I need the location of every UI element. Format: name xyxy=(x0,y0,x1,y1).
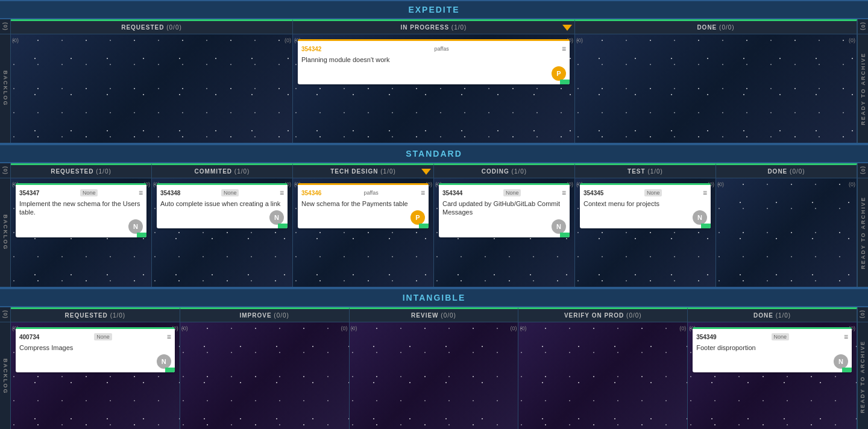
col-header-std-done: DONE (0/0) xyxy=(716,163,857,178)
card-menu-icon[interactable]: ≡ xyxy=(703,189,707,197)
wip-triangle-icon xyxy=(421,169,431,175)
none-badge: None xyxy=(94,333,112,340)
card-status-bar xyxy=(137,233,146,237)
card-menu-icon[interactable]: ≡ xyxy=(844,333,848,341)
card-title: Footer disproportion xyxy=(696,343,848,352)
col-label: IMPROVE xyxy=(239,312,271,319)
card-header: 354342paffas≡ xyxy=(301,45,566,53)
wip-triangle-icon xyxy=(562,25,572,31)
archive-label: READY TO ARCHIVE xyxy=(860,340,866,413)
card-id: 354345 xyxy=(583,190,603,196)
col-label: REQUESTED xyxy=(51,168,93,175)
col-side-count-right: (0) xyxy=(510,325,517,331)
card-menu-icon[interactable]: ≡ xyxy=(280,189,284,197)
none-badge: None xyxy=(221,189,239,196)
archive-side: READY TO ARCHIVE xyxy=(857,34,868,143)
col-label: REQUESTED xyxy=(65,312,108,319)
card-avatar: P xyxy=(552,66,566,81)
card-id: 354347 xyxy=(19,190,39,196)
kanban-card[interactable]: 354348None≡Auto complete issue when crea… xyxy=(157,183,288,228)
col-count: (1/0) xyxy=(451,24,467,31)
col-side-count-left: (0) xyxy=(12,37,19,43)
board-col-int-review: (0)(0) xyxy=(350,322,519,429)
card-avatar: N xyxy=(693,210,707,225)
card-status-bar xyxy=(560,233,570,237)
col-count: (0/0) xyxy=(719,24,735,31)
board-col-int-improve: (0)(0) xyxy=(180,322,350,429)
card-header: 354349None≡ xyxy=(696,333,848,341)
card-title: Implement the new schema for the Users t… xyxy=(19,199,143,217)
col-label: DONE xyxy=(767,168,787,175)
col-label: REVIEW xyxy=(411,312,438,319)
kanban-card[interactable]: 354346paffas≡New schema for the Payments… xyxy=(298,183,429,228)
card-assignee: paffas xyxy=(435,46,449,52)
board-col-exp-inprogress: (0)(0)354342paffas≡Planning module doesn… xyxy=(293,34,575,143)
board-col-exp-done: (0)(0) xyxy=(575,34,857,143)
col-label: REQUESTED xyxy=(121,24,164,31)
card-header: 354345None≡ xyxy=(583,189,707,197)
card-avatar: N xyxy=(269,210,284,225)
col-label: DONE xyxy=(697,24,717,31)
col-header-std-coding: CODING (1/0) xyxy=(434,163,575,178)
card-menu-icon[interactable]: ≡ xyxy=(421,189,425,197)
card-header: 354344None≡ xyxy=(442,189,566,197)
archive-label: READY TO ARCHIVE xyxy=(860,196,866,269)
card-id: 354348 xyxy=(160,190,180,196)
col-side-count-left: (0) xyxy=(520,325,526,331)
section-header-expedite: EXPEDITE xyxy=(0,0,868,19)
card-menu-icon[interactable]: ≡ xyxy=(562,45,566,53)
card-assignee: None xyxy=(80,190,98,196)
backlog-label: BACKLOG xyxy=(2,214,8,251)
card-menu-icon[interactable]: ≡ xyxy=(562,189,566,197)
kanban-card[interactable]: 354349None≡Footer disproportionN xyxy=(693,327,852,372)
side-label-right: (0) xyxy=(857,307,868,322)
card-title: Card updated by GitHub/GitLab Commit Mes… xyxy=(442,199,566,217)
card-avatar: N xyxy=(552,219,566,234)
card-assignee: None xyxy=(644,190,662,196)
col-header-int-review: REVIEW (0/0) xyxy=(350,307,519,322)
card-footer: P xyxy=(301,210,425,225)
card-id: 354344 xyxy=(442,190,462,196)
card-status-bar xyxy=(278,224,288,228)
archive-label: READY TO ARCHIVE xyxy=(860,52,866,125)
card-status-bar xyxy=(701,224,711,228)
card-menu-icon[interactable]: ≡ xyxy=(139,189,143,197)
col-side-count-right: (0) xyxy=(849,37,855,43)
section-header-intangible: INTANGIBLE xyxy=(0,288,868,307)
card-status-bar xyxy=(560,80,570,84)
col-header-std-requested: REQUESTED (1/0) xyxy=(11,163,152,178)
card-assignee: None xyxy=(772,334,790,340)
col-count: (0/0) xyxy=(166,24,182,31)
card-footer: N xyxy=(19,219,143,234)
board-col-int-done: (0)(0)354349None≡Footer disproportionN xyxy=(688,322,857,429)
kanban-card[interactable]: 354344None≡Card updated by GitHub/GitLab… xyxy=(439,183,570,237)
card-assignee: paffas xyxy=(364,190,379,196)
archive-side: READY TO ARCHIVE xyxy=(857,178,868,287)
card-status-bar xyxy=(419,224,429,228)
col-label: CODING xyxy=(482,168,509,175)
card-header: 354346paffas≡ xyxy=(301,189,425,197)
board-col-std-techdesign: (0)(0)354346paffas≡New schema for the Pa… xyxy=(293,178,434,287)
col-side-count-left: (0) xyxy=(576,37,583,43)
col-headers-expedite: (0)REQUESTED (0/0)IN PROGRESS (1/0)DONE … xyxy=(0,19,868,34)
card-menu-icon[interactable]: ≡ xyxy=(167,333,171,341)
kanban-card[interactable]: 400734None≡Compress ImagesN xyxy=(16,327,175,372)
none-badge: None xyxy=(503,189,521,196)
col-header-int-verify: VERIFY ON PROD (0/0) xyxy=(518,307,688,322)
kanban-card[interactable]: 354345None≡Context menu for projectsN xyxy=(580,183,711,228)
card-avatar: P xyxy=(410,210,425,225)
side-label-right: (0) xyxy=(857,19,868,34)
card-title: Compress Images xyxy=(19,343,171,352)
card-id: 354349 xyxy=(696,334,716,340)
col-count: (1/0) xyxy=(776,312,791,319)
col-count: (1/0) xyxy=(96,168,112,175)
col-headers-intangible: (0)REQUESTED (1/0)IMPROVE (0/0)REVIEW (0… xyxy=(0,307,868,322)
kanban-card[interactable]: 354347None≡Implement the new schema for … xyxy=(16,183,146,237)
col-count: (0/0) xyxy=(626,312,642,319)
board-row-expedite: BACKLOG(0)(0)(0)(0)354342paffas≡Planning… xyxy=(0,34,868,143)
col-side-count-right: (0) xyxy=(285,37,291,43)
card-status-bar xyxy=(842,368,852,372)
col-label: TECH DESIGN xyxy=(330,168,378,175)
col-header-exp-requested: REQUESTED (0/0) xyxy=(11,19,293,34)
kanban-card[interactable]: 354342paffas≡Planning module doesn't wor… xyxy=(298,39,570,84)
